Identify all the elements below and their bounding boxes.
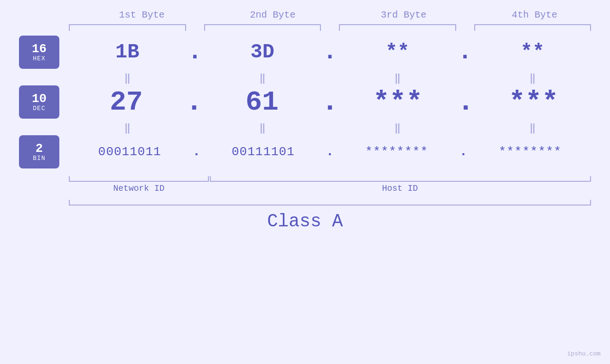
hex-base-num: 16 bbox=[32, 43, 47, 55]
bracket-byte1 bbox=[69, 24, 186, 31]
dec-byte2: 61 bbox=[205, 87, 319, 118]
full-bottom-bracket bbox=[69, 200, 591, 205]
class-label: Class A bbox=[19, 211, 591, 232]
dec-row: 10 DEC 27 . 61 . *** . *** bbox=[19, 85, 591, 119]
hex-dot3: . bbox=[456, 40, 474, 64]
dec-byte1: 27 bbox=[69, 87, 184, 118]
bracket-byte3 bbox=[339, 24, 456, 31]
bin-byte3: ******** bbox=[336, 145, 457, 159]
host-id-label: Host ID bbox=[209, 184, 591, 193]
hex-byte3: ** bbox=[339, 41, 456, 64]
dec-byte3: *** bbox=[340, 87, 455, 118]
bracket-byte2 bbox=[204, 24, 321, 31]
bottom-brackets bbox=[19, 176, 591, 182]
hex-badge: 16 HEX bbox=[19, 36, 59, 69]
bracket-network bbox=[69, 176, 209, 182]
eq6: ‖ bbox=[204, 121, 321, 134]
bin-row: 2 BIN 00011011 . 00111101 . ******** . *… bbox=[19, 135, 591, 168]
dec-base-name: DEC bbox=[33, 105, 45, 112]
dec-dot2: . bbox=[319, 88, 340, 116]
hex-byte2: 3D bbox=[204, 41, 321, 64]
hex-bytes: 1B . 3D . ** . ** bbox=[69, 40, 591, 64]
bin-dot3: . bbox=[458, 145, 469, 159]
dec-dot1: . bbox=[184, 88, 205, 116]
bracket-byte4 bbox=[474, 24, 591, 31]
bracket-host bbox=[210, 176, 591, 182]
bin-dot1: . bbox=[190, 145, 202, 159]
hex-byte1: 1B bbox=[69, 41, 186, 64]
bin-byte2: 00111101 bbox=[202, 145, 324, 159]
hex-byte4: ** bbox=[474, 41, 591, 64]
bin-bytes: 00011011 . 00111101 . ******** . *******… bbox=[69, 145, 591, 159]
hex-dot2: . bbox=[321, 40, 339, 64]
watermark: ipshu.com bbox=[567, 350, 601, 357]
id-labels: Network ID Host ID bbox=[19, 184, 591, 193]
main-container: 1st Byte 2nd Byte 3rd Byte 4th Byte 16 H… bbox=[0, 0, 610, 364]
eq7: ‖ bbox=[339, 121, 456, 134]
bin-byte1: 00011011 bbox=[69, 145, 190, 159]
network-id-label: Network ID bbox=[69, 184, 209, 193]
dec-byte4: *** bbox=[476, 87, 591, 118]
dec-badge: 10 DEC bbox=[19, 85, 59, 119]
eq3: ‖ bbox=[339, 72, 456, 84]
hex-dot1: . bbox=[186, 40, 204, 64]
byte1-header: 1st Byte bbox=[85, 9, 198, 20]
bin-base-num: 2 bbox=[36, 142, 43, 155]
dec-base-num: 10 bbox=[32, 93, 47, 105]
dec-bytes: 27 . 61 . *** . *** bbox=[69, 87, 591, 118]
byte3-header: 3rd Byte bbox=[347, 9, 460, 20]
bin-byte4: ******** bbox=[469, 145, 591, 159]
hex-row: 16 HEX 1B . 3D . ** . ** bbox=[19, 36, 591, 69]
byte2-header: 2nd Byte bbox=[216, 9, 329, 20]
bin-dot2: . bbox=[324, 145, 336, 159]
hex-base-name: HEX bbox=[33, 55, 45, 62]
top-brackets bbox=[69, 24, 591, 31]
eq4: ‖ bbox=[474, 72, 591, 84]
equals-row-2: ‖ ‖ ‖ ‖ bbox=[19, 121, 591, 134]
equals-row-1: ‖ ‖ ‖ ‖ bbox=[19, 72, 591, 84]
bin-base-name: BIN bbox=[33, 155, 45, 162]
byte-headers: 1st Byte 2nd Byte 3rd Byte 4th Byte bbox=[19, 9, 591, 20]
eq1: ‖ bbox=[69, 72, 186, 84]
eq5: ‖ bbox=[69, 121, 186, 134]
dec-dot3: . bbox=[455, 88, 476, 116]
eq2: ‖ bbox=[204, 72, 321, 84]
byte4-header: 4th Byte bbox=[478, 9, 591, 20]
bin-badge: 2 BIN bbox=[19, 135, 59, 168]
eq8: ‖ bbox=[474, 121, 591, 134]
